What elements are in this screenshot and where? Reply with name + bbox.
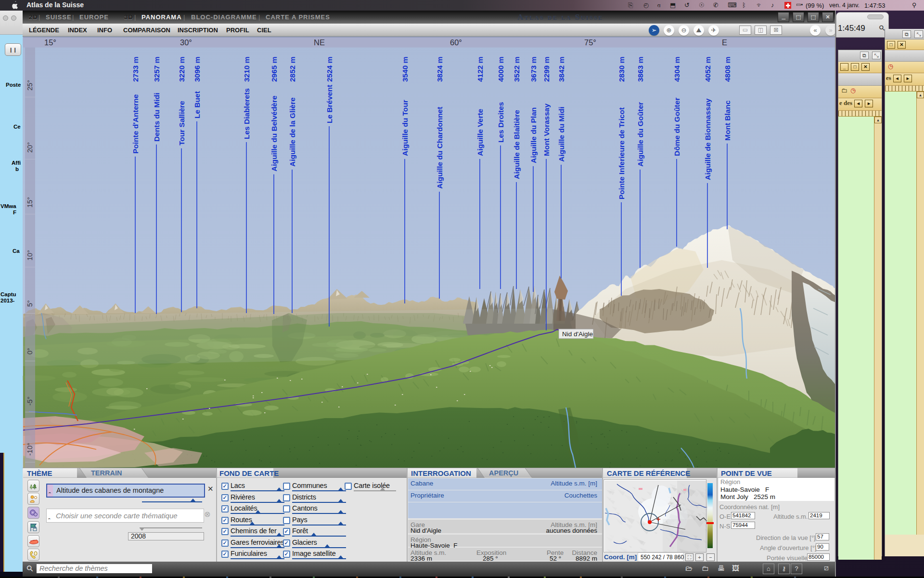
svg-text:30°: 30° [180, 38, 192, 47]
svg-text:Dôme du Goûter: Dôme du Goûter [673, 98, 681, 156]
svg-text:Aiguille du Midi: Aiguille du Midi [557, 106, 565, 162]
svg-text:15°: 15° [26, 197, 34, 208]
svg-text:3842 m: 3842 m [557, 56, 565, 82]
svg-text:2965 m: 2965 m [270, 56, 278, 82]
svg-text:Pointe d'Anterne: Pointe d'Anterne [131, 94, 140, 154]
svg-text:3540 m: 3540 m [401, 56, 409, 82]
svg-text:3210 m: 3210 m [243, 56, 251, 82]
svg-text:4052 m: 4052 m [704, 56, 712, 82]
svg-text:-5°: -5° [26, 396, 34, 406]
svg-text:2299 m: 2299 m [542, 56, 551, 82]
svg-text:Dents du Midi: Dents du Midi [153, 92, 161, 142]
svg-text:Aiguille du Plan: Aiguille du Plan [529, 107, 538, 163]
svg-text:Les Droites: Les Droites [497, 102, 505, 143]
svg-text:3257 m: 3257 m [153, 56, 161, 82]
svg-text:0°: 0° [26, 348, 34, 355]
svg-text:Aiguille de Bionnassay: Aiguille de Bionnassay [704, 98, 712, 180]
svg-text:Mont Blanc: Mont Blanc [723, 100, 732, 141]
svg-text:25°: 25° [26, 80, 34, 91]
svg-text:20°: 20° [26, 142, 34, 153]
svg-text:Pointe Inferieure de Tricot: Pointe Inferieure de Tricot [617, 107, 626, 199]
svg-text:4304 m: 4304 m [673, 56, 681, 82]
svg-text:2524 m: 2524 m [325, 56, 334, 82]
svg-text:3673 m: 3673 m [529, 56, 538, 82]
svg-text:10°: 10° [26, 250, 34, 261]
svg-text:4808 m: 4808 m [723, 56, 732, 82]
svg-text:Aiguille du Belvédère: Aiguille du Belvédère [270, 95, 278, 171]
svg-text:Les Diablerets: Les Diablerets [243, 88, 251, 139]
svg-text:Aiguille Verte: Aiguille Verte [476, 108, 484, 156]
svg-text:75°: 75° [584, 38, 596, 47]
svg-text:2830 m: 2830 m [617, 56, 626, 82]
svg-text:3522 m: 3522 m [513, 56, 521, 82]
svg-text:Aiguille du Chardonnet: Aiguille du Chardonnet [436, 107, 444, 189]
svg-text:4122 m: 4122 m [476, 56, 484, 82]
svg-text:Aiguille de la Glière: Aiguille de la Glière [288, 97, 296, 167]
svg-text:3824 m: 3824 m [436, 56, 444, 82]
svg-text:3220 m: 3220 m [178, 56, 186, 82]
svg-text:4000 m: 4000 m [497, 56, 505, 82]
svg-text:Mont Vorassay: Mont Vorassay [542, 104, 551, 156]
svg-text:5°: 5° [26, 300, 34, 307]
svg-text:3863 m: 3863 m [636, 56, 644, 82]
svg-text:E: E [722, 38, 727, 47]
svg-text:Aiguille du Tour: Aiguille du Tour [401, 100, 409, 156]
svg-text:Le Brévent: Le Brévent [325, 85, 334, 123]
svg-text:60°: 60° [450, 38, 462, 47]
svg-text:Nid d'Aigle: Nid d'Aigle [562, 330, 593, 338]
svg-text:Aiguille de Blaitière: Aiguille de Blaitière [513, 110, 521, 179]
svg-text:15°: 15° [44, 38, 56, 47]
svg-text:NE: NE [314, 38, 325, 47]
svg-text:2733 m: 2733 m [131, 56, 140, 82]
svg-text:Tour Sallière: Tour Sallière [178, 101, 186, 145]
svg-text:Aiguille du Goûter: Aiguille du Goûter [636, 102, 644, 167]
svg-text:Le Buet: Le Buet [193, 91, 201, 118]
svg-text:3096 m: 3096 m [193, 56, 201, 82]
svg-text:2852 m: 2852 m [288, 56, 296, 82]
svg-text:-10°: -10° [26, 443, 34, 456]
